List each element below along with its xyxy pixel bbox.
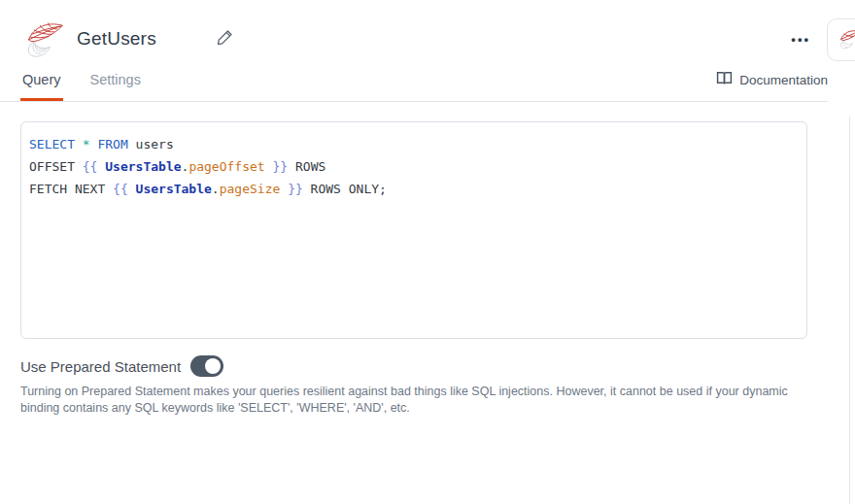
code-token: SELECT — [29, 137, 75, 151]
more-actions-button[interactable]: ••• — [787, 30, 814, 49]
code-editor-lines: SELECT * FROM usersOFFSET {{ UsersTable.… — [29, 133, 799, 200]
tab-bar: Query Settings Documentation — [0, 60, 828, 102]
query-editor-panel: GetUsers ••• Query Settings — [0, 0, 828, 416]
code-token: UsersTable — [136, 182, 212, 196]
code-token: ROWS ONLY; — [303, 182, 387, 196]
code-token: pageOffset — [188, 159, 264, 174]
code-token: . — [212, 182, 220, 196]
edit-name-button[interactable] — [215, 27, 235, 50]
code-token: users — [128, 137, 174, 151]
code-token — [75, 137, 83, 151]
tab-query-label: Query — [22, 72, 61, 87]
code-line[interactable]: OFFSET {{ UsersTable.pageOffset }} ROWS — [29, 155, 799, 178]
code-line[interactable]: SELECT * FROM users — [29, 133, 799, 155]
code-editor[interactable]: SELECT * FROM usersOFFSET {{ UsersTable.… — [20, 121, 807, 339]
code-token: OFFSET — [29, 159, 83, 174]
prepared-statement-toggle[interactable] — [190, 355, 223, 377]
code-token: }} — [265, 159, 288, 174]
code-token: FROM — [97, 137, 127, 151]
toggle-knob — [205, 358, 221, 374]
pencil-icon — [217, 29, 233, 49]
right-panel-divider — [849, 117, 850, 504]
code-token: }} — [280, 182, 302, 196]
code-line[interactable]: FETCH NEXT {{ UsersTable.pageSize }} ROW… — [29, 178, 799, 200]
query-header: GetUsers ••• — [0, 0, 828, 60]
query-name-title: GetUsers — [77, 28, 156, 50]
tab-settings-label: Settings — [90, 72, 141, 87]
code-token: {{ — [113, 182, 135, 196]
code-token: ROWS — [288, 159, 325, 174]
documentation-link[interactable]: Documentation — [716, 70, 828, 101]
datasource-mssql-icon — [838, 27, 855, 53]
tab-settings[interactable]: Settings — [88, 68, 143, 101]
datasource-switch-button[interactable] — [827, 18, 855, 61]
documentation-label: Documentation — [739, 73, 828, 87]
tab-query[interactable]: Query — [20, 68, 63, 101]
code-token: {{ — [83, 159, 105, 174]
prepared-statement-label: Use Prepared Statement — [20, 358, 181, 375]
code-token: * — [83, 137, 90, 151]
prepared-statement-row: Use Prepared Statement — [20, 355, 807, 377]
book-icon — [716, 70, 733, 89]
code-token: FETCH NEXT — [29, 182, 113, 196]
prepared-statement-help: Turning on Prepared Statement makes your… — [20, 384, 807, 416]
mssql-logo-icon — [20, 16, 67, 62]
code-token: UsersTable — [105, 159, 181, 174]
code-token: pageSize — [220, 182, 281, 196]
